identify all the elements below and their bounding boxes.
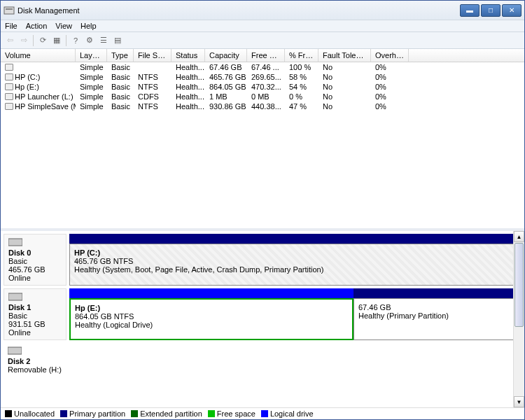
legend-free: Free space [208,410,255,418]
volume-row[interactable]: HP Launcher (L:)SimpleBasicCDFSHealth...… [1,92,524,102]
cell-fault: No [318,102,371,111]
scroll-track[interactable] [514,328,524,396]
settings-icon[interactable]: ⚙ [83,34,96,47]
partition-strip [69,288,354,298]
disk-size: 931.51 GB [8,320,46,328]
cell-status: Health... [172,102,205,111]
disk-management-window: Disk Management ▬ □ ✕ File Action View H… [0,0,525,420]
menu-action[interactable]: Action [26,22,48,30]
partition-status: Healthy (System, Boot, Page File, Active… [74,265,517,274]
window-title: Disk Management [18,6,460,15]
partition-unnamed[interactable]: 67.46 GB Healthy (Primary Partition) [354,298,522,340]
col-overhead[interactable]: Overhe... [371,49,409,62]
vertical-scrollbar[interactable]: ▲ ▼ [513,231,524,407]
cell-fault: No [318,72,371,82]
disk-icon [8,349,22,357]
menu-file[interactable]: File [5,22,18,30]
list-icon[interactable]: ☰ [97,34,110,47]
volume-row[interactable]: HP SimpleSave (M:)SimpleBasicNTFSHealth.… [1,102,524,111]
partition-name: HP (C:) [74,248,517,257]
col-layout[interactable]: Layout [76,49,107,62]
cell-pct: 58 % [285,72,318,82]
svg-rect-2 [8,239,22,246]
disk-type: Basic [8,312,27,320]
cell-layout: Simple [76,92,107,102]
disk-icon [8,240,22,248]
legend-logical: Logical drive [261,410,314,418]
menu-view[interactable]: View [55,22,72,30]
disk-2-block: Disk 2 Removable (H:) [4,343,522,377]
volume-row[interactable]: SimpleBasicHealth...67.46 GB67.46 ...100… [1,62,524,72]
cell-status: Health... [172,62,205,72]
cell-pct: 54 % [285,82,318,92]
minimize-button[interactable]: ▬ [460,4,479,17]
scroll-up-icon[interactable]: ▲ [514,231,524,242]
forward-icon: ⇨ [18,34,30,47]
partition-strip [69,234,522,244]
disk-type: Removable (H:) [8,365,62,374]
cell-capacity: 465.76 GB [205,72,247,82]
legend-bar: Unallocated Primary partition Extended p… [1,407,524,419]
col-volume[interactable]: Volume [1,49,76,62]
volume-row[interactable]: HP (C:)SimpleBasicNTFSHealth...465.76 GB… [1,72,524,82]
svg-rect-0 [4,7,14,14]
content-area: Volume Layout Type File Sys... Status Ca… [1,49,524,419]
disk-0-label[interactable]: Disk 0 Basic 465.76 GB Online [4,234,66,286]
divider [33,35,34,46]
cell-capacity: 67.46 GB [205,62,247,72]
disk-status: Online [8,274,31,282]
disk-1-block: Disk 1 Basic 931.51 GB Online Hp (E:) 86… [4,288,522,340]
detail-icon[interactable]: ▤ [111,34,124,47]
partition-hp-c[interactable]: HP (C:) 465.76 GB NTFS Healthy (System, … [69,244,522,286]
refresh-icon[interactable]: ⟳ [36,34,49,47]
cell-free: 470.32... [247,82,285,92]
disk-2-label[interactable]: Disk 2 Removable (H:) [4,343,66,377]
properties-icon[interactable]: ▦ [50,34,63,47]
legend-unallocated: Unallocated [5,410,55,418]
disk-type: Basic [8,257,27,265]
maximize-button[interactable]: □ [481,4,500,17]
volume-name: HP Launcher (L:) [15,92,74,101]
disk-name: Disk 2 [8,357,62,365]
svg-rect-3 [8,293,22,300]
scroll-down-icon[interactable]: ▼ [514,396,524,407]
cell-overhead: 0% [371,92,409,102]
col-pctfree[interactable]: % Free [285,49,318,62]
partition-hp-e[interactable]: Hp (E:) 864.05 GB NTFS Healthy (Logical … [69,298,354,340]
col-free[interactable]: Free S... [247,49,285,62]
volume-list-pane: Volume Layout Type File Sys... Status Ca… [1,49,524,231]
cell-overhead: 0% [371,82,409,92]
col-type[interactable]: Type [107,49,134,62]
cell-free: 67.46 ... [247,62,285,72]
disk-status: Online [8,328,31,337]
volume-row[interactable]: Hp (E:)SimpleBasicNTFSHealth...864.05 GB… [1,82,524,92]
close-button[interactable]: ✕ [502,4,522,17]
svg-rect-1 [6,8,13,10]
volume-icon [5,83,13,90]
col-filesys[interactable]: File Sys... [134,49,172,62]
col-status[interactable]: Status [172,49,205,62]
cell-layout: Simple [76,82,107,92]
cell-fault: No [318,82,371,92]
partition-info: 67.46 GB [358,303,517,312]
col-capacity[interactable]: Capacity [205,49,247,62]
volume-name: HP SimpleSave (M:) [15,102,76,111]
back-icon: ⇦ [4,34,16,47]
cell-pct: 47 % [285,102,318,111]
menubar: File Action View Help [1,20,524,32]
scroll-thumb[interactable] [514,243,524,327]
cell-overhead: 0% [371,72,409,82]
cell-fault: No [318,92,371,102]
cell-pct: 0 % [285,92,318,102]
disk-1-label[interactable]: Disk 1 Basic 931.51 GB Online [4,288,66,340]
cell-capacity: 1 MB [205,92,247,102]
cell-layout: Simple [76,72,107,82]
partition-status: Healthy (Logical Drive) [75,321,348,329]
help-icon[interactable]: ? [69,34,82,47]
col-fault[interactable]: Fault Tolera... [318,49,371,62]
partition-info: 465.76 GB NTFS [74,257,517,265]
menu-help[interactable]: Help [80,22,97,30]
legend-primary: Primary partition [60,410,125,418]
cell-fs: NTFS [134,72,172,82]
titlebar[interactable]: Disk Management ▬ □ ✕ [1,1,524,20]
